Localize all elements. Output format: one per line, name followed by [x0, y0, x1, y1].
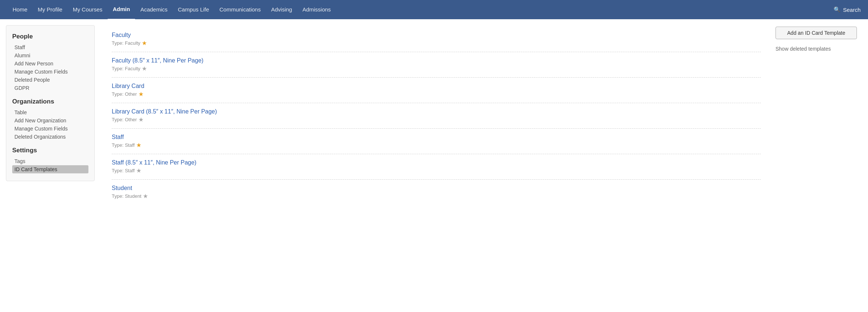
star-filled-icon[interactable]: ★ — [142, 40, 147, 47]
content-list: FacultyType: Faculty★Faculty (8.5″ x 11″… — [112, 27, 761, 305]
template-type-label: Type: Student — [112, 193, 141, 199]
star-empty-icon[interactable]: ★ — [136, 167, 141, 174]
template-name[interactable]: Library Card (8.5″ x 11″, Nine Per Page) — [112, 108, 217, 115]
sidebar-item-deleted-people[interactable]: Deleted People — [12, 76, 88, 84]
template-type: Type: Other★ — [112, 116, 761, 123]
sidebar-item-staff[interactable]: Staff — [12, 43, 88, 51]
sidebar-group-organizations: Organizations — [12, 98, 88, 105]
search-icon: 🔍 — [834, 6, 841, 13]
template-type: Type: Student★ — [112, 193, 761, 200]
template-item: Library Card (8.5″ x 11″, Nine Per Page)… — [112, 103, 761, 129]
template-item: StudentType: Student★ — [112, 180, 761, 205]
star-empty-icon[interactable]: ★ — [143, 193, 148, 200]
page-layout: PeopleStaffAlumniAdd New PersonManage Cu… — [0, 19, 868, 312]
sidebar-item-manage-custom-fields[interactable]: Manage Custom Fields — [12, 68, 88, 76]
template-type: Type: Other★ — [112, 91, 761, 98]
template-name[interactable]: Staff (8.5″ x 11″, Nine Per Page) — [112, 159, 196, 166]
template-name[interactable]: Faculty — [112, 32, 131, 38]
template-type: Type: Staff★ — [112, 167, 761, 174]
nav-item-admin[interactable]: Admin — [108, 0, 135, 20]
right-panel: Add an ID Card Template Show deleted tem… — [776, 27, 857, 305]
template-type-label: Type: Faculty — [112, 40, 140, 46]
template-type: Type: Faculty★ — [112, 65, 761, 72]
template-type: Type: Faculty★ — [112, 40, 761, 47]
template-name[interactable]: Library Card — [112, 83, 144, 89]
star-empty-icon[interactable]: ★ — [142, 65, 147, 72]
template-type-label: Type: Staff — [112, 168, 135, 173]
sidebar-group-settings: Settings — [12, 147, 88, 154]
template-type-label: Type: Faculty — [112, 66, 140, 71]
star-empty-icon[interactable]: ★ — [138, 116, 144, 123]
top-nav: HomeMy ProfileMy CoursesAdminAcademicsCa… — [0, 0, 868, 19]
nav-item-communications[interactable]: Communications — [214, 0, 266, 19]
nav-item-admissions[interactable]: Admissions — [297, 0, 336, 19]
template-type-label: Type: Other — [112, 117, 137, 122]
sidebar-item-add-new-organization[interactable]: Add New Organization — [12, 116, 88, 125]
sidebar-item-deleted-organizations[interactable]: Deleted Organizations — [12, 133, 88, 141]
template-item: Faculty (8.5″ x 11″, Nine Per Page)Type:… — [112, 52, 761, 78]
search-label[interactable]: Search — [843, 7, 861, 13]
star-filled-icon[interactable]: ★ — [136, 142, 141, 149]
sidebar-item-manage-custom-fields[interactable]: Manage Custom Fields — [12, 125, 88, 133]
template-item: Staff (8.5″ x 11″, Nine Per Page)Type: S… — [112, 154, 761, 180]
nav-item-academics[interactable]: Academics — [135, 0, 172, 19]
nav-item-my-profile[interactable]: My Profile — [33, 0, 68, 19]
template-name[interactable]: Staff — [112, 134, 124, 140]
template-type: Type: Staff★ — [112, 142, 761, 149]
template-item: FacultyType: Faculty★ — [112, 27, 761, 52]
sidebar-item-add-new-person[interactable]: Add New Person — [12, 60, 88, 68]
main-content: FacultyType: Faculty★Faculty (8.5″ x 11″… — [101, 19, 868, 312]
sidebar-group-people: People — [12, 33, 88, 40]
template-type-label: Type: Staff — [112, 142, 135, 148]
sidebar-item-gdpr[interactable]: GDPR — [12, 84, 88, 92]
sidebar-item-tags[interactable]: Tags — [12, 157, 88, 165]
template-name[interactable]: Student — [112, 185, 132, 191]
star-filled-icon[interactable]: ★ — [138, 91, 144, 98]
sidebar-item-id-card-templates[interactable]: ID Card Templates — [12, 165, 88, 173]
template-name[interactable]: Faculty (8.5″ x 11″, Nine Per Page) — [112, 57, 203, 64]
nav-item-campus-life[interactable]: Campus Life — [173, 0, 214, 19]
add-template-button[interactable]: Add an ID Card Template — [776, 27, 857, 39]
template-type-label: Type: Other — [112, 91, 137, 97]
nav-item-my-courses[interactable]: My Courses — [68, 0, 108, 19]
sidebar-item-alumni[interactable]: Alumni — [12, 51, 88, 60]
search-area[interactable]: 🔍 Search — [834, 6, 861, 13]
sidebar-item-table[interactable]: Table — [12, 108, 88, 116]
sidebar: PeopleStaffAlumniAdd New PersonManage Cu… — [6, 25, 95, 181]
nav-item-advising[interactable]: Advising — [266, 0, 297, 19]
template-item: Library CardType: Other★ — [112, 78, 761, 103]
show-deleted-link[interactable]: Show deleted templates — [776, 46, 857, 52]
nav-item-home[interactable]: Home — [7, 0, 33, 19]
template-item: StaffType: Staff★ — [112, 129, 761, 154]
